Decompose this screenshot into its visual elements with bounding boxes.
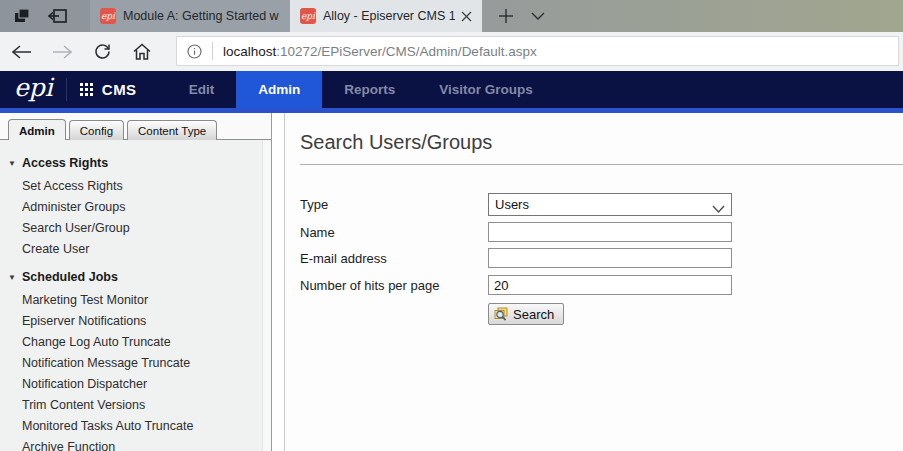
section-access-rights[interactable]: ▼ Access Rights: [8, 156, 271, 170]
product-switcher-cms[interactable]: CMS: [102, 71, 167, 108]
type-label: Type: [300, 197, 488, 212]
form-row-type: Type Users: [300, 193, 903, 216]
tree-item-episerver-notifications[interactable]: Episerver Notifications: [22, 311, 271, 332]
app-grid-icon[interactable]: [67, 71, 102, 108]
tree-item-set-access-rights[interactable]: Set Access Rights: [22, 176, 271, 197]
form-row-name: Name: [300, 222, 903, 242]
new-tab-icon[interactable]: [490, 0, 522, 32]
browser-tab-alloy[interactable]: epi Alloy - Episerver CMS 1: [290, 0, 482, 32]
tab-list-chevron-icon[interactable]: [522, 0, 554, 32]
section-title: Access Rights: [22, 156, 108, 170]
nav-item-reports[interactable]: Reports: [322, 71, 417, 108]
form-row-hits: Number of hits per page: [300, 275, 903, 295]
page-title: Search Users/Groups: [300, 131, 903, 154]
close-tab-icon[interactable]: [461, 11, 472, 22]
tree-item-archive-function[interactable]: Archive Function: [22, 437, 271, 451]
home-icon[interactable]: [132, 42, 152, 62]
type-select[interactable]: Users: [488, 193, 732, 216]
collapse-triangle-icon: ▼: [8, 273, 22, 282]
email-input[interactable]: [488, 248, 732, 268]
chevron-down-icon: [712, 201, 725, 216]
url-field[interactable]: localhost:10272/EPiServer/CMS/Admin/Defa…: [176, 36, 899, 66]
refresh-icon[interactable]: [92, 42, 112, 62]
search-button[interactable]: Search: [488, 303, 564, 325]
admin-tree: ▼ Access Rights Set Access Rights Admini…: [0, 140, 271, 451]
back-icon[interactable]: [12, 42, 32, 62]
tree-item-notification-message-truncate[interactable]: Notification Message Truncate: [22, 353, 271, 374]
sidebar-scrollbar[interactable]: [262, 141, 271, 451]
browser-window: epi Module A: Getting Started w epi Allo…: [0, 0, 903, 451]
tab-title: Alloy - Episerver CMS 1: [323, 9, 455, 23]
tabs-set-aside-icon[interactable]: [46, 4, 70, 28]
section-scheduled-jobs[interactable]: ▼ Scheduled Jobs: [8, 270, 271, 284]
tree-item-monitored-tasks-auto-truncate[interactable]: Monitored Tasks Auto Truncate: [22, 416, 271, 437]
url-text: localhost:10272/EPiServer/CMS/Admin/Defa…: [223, 44, 537, 59]
tab-config[interactable]: Config: [69, 120, 124, 140]
sidebar-tabstrip: Admin Config Content Type: [0, 113, 271, 140]
tab-content-type[interactable]: Content Type: [127, 120, 217, 140]
search-button-label: Search: [513, 307, 554, 322]
title-divider: [300, 164, 903, 165]
tab-actions: [0, 0, 82, 32]
url-divider: [212, 42, 213, 60]
tree-item-search-user-group[interactable]: Search User/Group: [22, 218, 271, 239]
cms-content: Admin Config Content Type ▼ Access Right…: [0, 113, 903, 451]
episerver-favicon: epi: [100, 8, 116, 24]
hits-per-page-input[interactable]: [488, 275, 732, 295]
name-input[interactable]: [488, 222, 732, 242]
browser-tab-module-a[interactable]: epi Module A: Getting Started w: [90, 0, 290, 32]
main-area: Search Users/Groups Type Users Name: [272, 113, 903, 451]
form-row-email: E-mail address: [300, 248, 903, 268]
tree-item-marketing-test-monitor[interactable]: Marketing Test Monitor: [22, 290, 271, 311]
forward-icon[interactable]: [52, 42, 72, 62]
browser-tab-bar: epi Module A: Getting Started w epi Allo…: [0, 0, 903, 32]
collapse-triangle-icon: ▼: [8, 159, 22, 168]
url-path: :10272/EPiServer/CMS/Admin/Default.aspx: [276, 44, 536, 59]
browser-address-bar: localhost:10272/EPiServer/CMS/Admin/Defa…: [0, 32, 903, 71]
episerver-nav-bar: epi CMS Edit Admin Reports Visitor Group…: [0, 71, 903, 113]
tab-admin[interactable]: Admin: [8, 119, 66, 140]
hits-per-page-label: Number of hits per page: [300, 278, 488, 293]
tab-title: Module A: Getting Started w: [123, 9, 280, 23]
episerver-favicon: epi: [300, 8, 316, 24]
nav-item-admin[interactable]: Admin: [236, 71, 322, 108]
search-users-groups-panel: Search Users/Groups Type Users Name: [284, 113, 903, 451]
section-title: Scheduled Jobs: [22, 270, 118, 284]
name-label: Name: [300, 225, 488, 240]
tree-item-administer-groups[interactable]: Administer Groups: [22, 197, 271, 218]
set-tabs-aside-icon[interactable]: [10, 4, 34, 28]
site-info-icon[interactable]: [187, 44, 202, 59]
type-select-value: Users: [495, 197, 529, 212]
tree-item-trim-content-versions[interactable]: Trim Content Versions: [22, 395, 271, 416]
tree-item-change-log-auto-truncate[interactable]: Change Log Auto Truncate: [22, 332, 271, 353]
admin-sidebar: Admin Config Content Type ▼ Access Right…: [0, 113, 272, 451]
tree-item-create-user[interactable]: Create User: [22, 239, 271, 260]
nav-item-visitor-groups[interactable]: Visitor Groups: [417, 71, 555, 108]
tree-item-notification-dispatcher[interactable]: Notification Dispatcher: [22, 374, 271, 395]
nav-item-edit[interactable]: Edit: [167, 71, 237, 108]
email-label: E-mail address: [300, 251, 488, 266]
url-host: localhost: [223, 44, 276, 59]
search-button-icon: [493, 307, 509, 322]
epi-logo[interactable]: epi: [0, 71, 66, 108]
